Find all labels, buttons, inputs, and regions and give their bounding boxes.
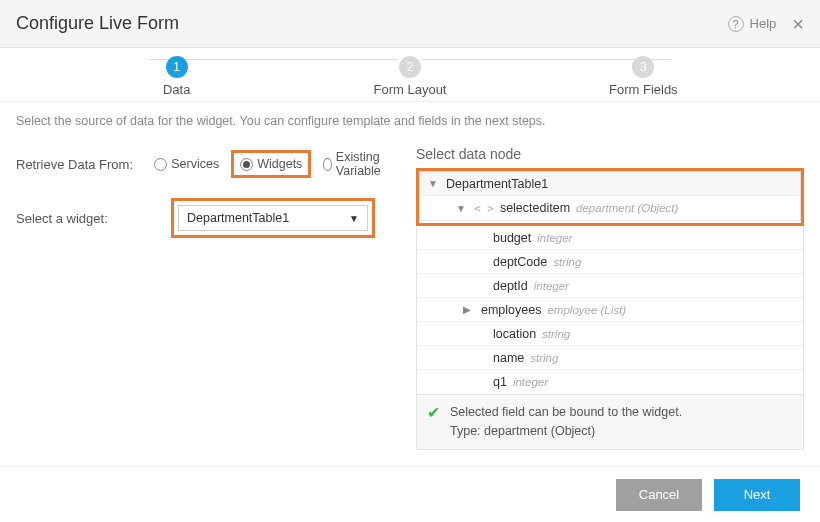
instruction-text: Select the source of data for the widget…	[16, 114, 804, 128]
tree-node-field[interactable]: name string	[417, 346, 803, 370]
radio-label: Services	[171, 157, 219, 171]
radio-icon	[323, 158, 331, 171]
binding-status: ✔ Selected field can be bound to the wid…	[416, 395, 804, 450]
step-number: 3	[632, 56, 654, 78]
node-type: string	[553, 256, 581, 268]
close-icon: ×	[792, 13, 804, 35]
step-data[interactable]: 1 Data	[60, 56, 293, 97]
retrieve-data-label: Retrieve Data From:	[16, 157, 148, 172]
node-name: selecteditem	[500, 201, 570, 215]
tree-node-field[interactable]: budget integer	[417, 226, 803, 250]
dialog-header: Configure Live Form ? Help ×	[0, 0, 820, 48]
chevron-down-icon[interactable]: ▼	[456, 203, 468, 214]
tree-node-root[interactable]: ▼ DepartmentTable1	[420, 172, 800, 196]
chevron-right-icon[interactable]: ▶	[463, 304, 475, 315]
tree-node-selecteditem[interactable]: ▼ < > selecteditem department (Object)	[420, 196, 800, 220]
dialog-body: Select the source of data for the widget…	[0, 102, 820, 450]
cancel-button[interactable]: Cancel	[616, 479, 702, 511]
node-name: employees	[481, 303, 541, 317]
form-left-column: Retrieve Data From: Services Widgets Exi…	[16, 146, 396, 450]
step-label: Form Layout	[374, 82, 447, 97]
tree-node-field[interactable]: location string	[417, 322, 803, 346]
tree-highlight-box: ▼ DepartmentTable1 ▼ < > selecteditem de…	[416, 168, 804, 226]
node-type: integer	[513, 376, 548, 388]
step-number: 1	[166, 56, 188, 78]
node-type: string	[530, 352, 558, 364]
data-node-panel: Select data node ▼ DepartmentTable1 ▼ < …	[416, 146, 804, 450]
radio-existing-variable[interactable]: Existing Variable	[317, 146, 396, 182]
node-name: DepartmentTable1	[446, 177, 548, 191]
step-form-fields[interactable]: 3 Form Fields	[527, 56, 760, 97]
dialog-footer: Cancel Next	[0, 466, 820, 522]
step-label: Form Fields	[609, 82, 678, 97]
next-button[interactable]: Next	[714, 479, 800, 511]
dialog-title: Configure Live Form	[16, 13, 728, 34]
select-widget-highlight: DepartmentTable1 ▼	[171, 198, 375, 238]
chevron-down-icon: ▼	[349, 213, 359, 224]
step-form-layout[interactable]: 2 Form Layout	[293, 56, 526, 97]
check-icon: ✔	[427, 403, 440, 422]
node-type: string	[542, 328, 570, 340]
tree-node-field[interactable]: deptCode string	[417, 250, 803, 274]
radio-icon	[154, 158, 167, 171]
node-name: deptCode	[493, 255, 547, 269]
wizard-stepper: 1 Data 2 Form Layout 3 Form Fields	[0, 48, 820, 102]
status-line-1: Selected field can be bound to the widge…	[450, 403, 682, 422]
node-type: department (Object)	[576, 202, 678, 214]
tree-node-field[interactable]: ▶ employees employee (List)	[417, 298, 803, 322]
node-type: integer	[537, 232, 572, 244]
radio-icon	[240, 158, 253, 171]
radio-label: Existing Variable	[336, 150, 390, 178]
node-name: name	[493, 351, 524, 365]
step-number: 2	[399, 56, 421, 78]
node-name: budget	[493, 231, 531, 245]
node-type: employee (List)	[547, 304, 626, 316]
select-widget-label: Select a widget:	[16, 211, 171, 226]
help-icon: ?	[728, 16, 744, 32]
object-icon: < >	[474, 202, 494, 215]
node-name: deptId	[493, 279, 528, 293]
tree-node-field[interactable]: q1 integer	[417, 370, 803, 394]
data-node-title: Select data node	[416, 146, 804, 162]
help-link[interactable]: ? Help	[728, 16, 777, 32]
node-name: q1	[493, 375, 507, 389]
radio-widgets[interactable]: Widgets	[231, 150, 311, 178]
help-label: Help	[750, 16, 777, 31]
radio-services[interactable]: Services	[148, 153, 225, 175]
close-button[interactable]: ×	[792, 14, 804, 34]
step-label: Data	[163, 82, 190, 97]
chevron-down-icon[interactable]: ▼	[428, 178, 440, 189]
status-line-2: Type: department (Object)	[450, 422, 682, 441]
select-value: DepartmentTable1	[187, 211, 289, 225]
widget-select[interactable]: DepartmentTable1 ▼	[178, 205, 368, 231]
tree-node-field[interactable]: deptId integer	[417, 274, 803, 298]
node-name: location	[493, 327, 536, 341]
node-type: integer	[534, 280, 569, 292]
radio-label: Widgets	[257, 157, 302, 171]
